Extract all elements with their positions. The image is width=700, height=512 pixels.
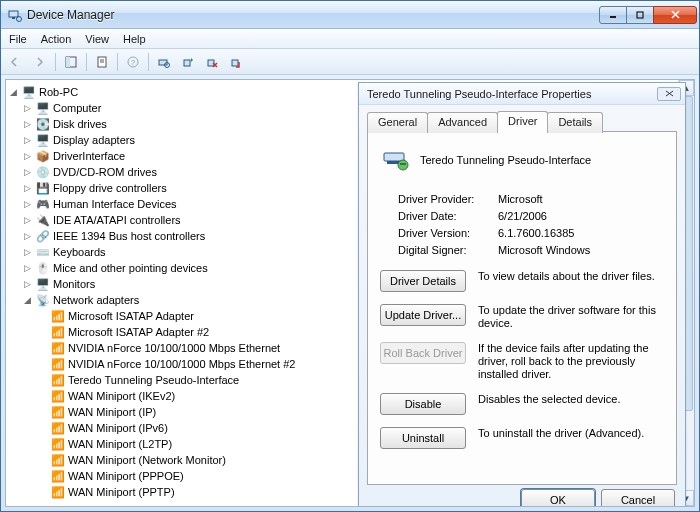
tree-item[interactable]: Network adapters	[53, 292, 139, 308]
firewire-icon: 🔗	[35, 228, 51, 244]
svg-rect-20	[400, 163, 406, 165]
dialog-body: General Advanced Driver Details Teredo T…	[367, 111, 677, 485]
collapse-icon[interactable]: ◢	[22, 292, 33, 308]
expand-icon[interactable]: ▷	[22, 132, 33, 148]
uninstall-button[interactable]	[201, 51, 223, 73]
tree-item[interactable]: WAN Miniport (IKEv2)	[68, 388, 175, 404]
network-icon: 📡	[35, 292, 51, 308]
tree-root[interactable]: Rob-PC	[39, 84, 78, 100]
mouse-icon: 🖱️	[35, 260, 51, 276]
app-icon	[7, 7, 23, 23]
tree-item[interactable]: Monitors	[53, 276, 95, 292]
tree-item[interactable]: Display adapters	[53, 132, 135, 148]
tree-item[interactable]: WAN Miniport (Network Monitor)	[68, 452, 226, 468]
nic-icon: 📶	[50, 436, 66, 452]
update-driver-button[interactable]: Update Driver...	[380, 304, 466, 326]
menu-view[interactable]: View	[85, 33, 109, 45]
titlebar[interactable]: Device Manager	[1, 1, 699, 29]
expand-icon[interactable]: ▷	[22, 196, 33, 212]
rollback-driver-desc: If the device fails after updating the d…	[478, 342, 664, 381]
properties-button[interactable]	[91, 51, 113, 73]
date-value: 6/21/2006	[498, 210, 547, 222]
properties-dialog: Teredo Tunneling Pseudo-Interface Proper…	[358, 82, 686, 507]
display-icon: 🖥️	[35, 132, 51, 148]
tree-item[interactable]: Teredo Tunneling Pseudo-Interface	[68, 372, 239, 388]
scan-button[interactable]	[153, 51, 175, 73]
uninstall-button[interactable]: Uninstall	[380, 427, 466, 449]
expand-icon[interactable]: ▷	[22, 180, 33, 196]
rollback-driver-button: Roll Back Driver	[380, 342, 466, 364]
toolbar-separator	[86, 53, 87, 71]
svg-text:?: ?	[131, 58, 136, 67]
menu-file[interactable]: File	[9, 33, 27, 45]
expand-icon[interactable]: ▷	[22, 228, 33, 244]
expand-icon[interactable]: ▷	[22, 164, 33, 180]
tree-item[interactable]: Mice and other pointing devices	[53, 260, 208, 276]
driver-details-button[interactable]: Driver Details	[380, 270, 466, 292]
disk-icon: 💽	[35, 116, 51, 132]
tree-item[interactable]: Human Interface Devices	[53, 196, 177, 212]
svg-rect-0	[9, 11, 18, 17]
expand-icon[interactable]: ▷	[22, 212, 33, 228]
tree-item[interactable]: Microsoft ISATAP Adapter	[68, 308, 194, 324]
tree-item[interactable]: IDE ATA/ATAPI controllers	[53, 212, 181, 228]
disable-button[interactable]: Disable	[380, 393, 466, 415]
maximize-button[interactable]	[626, 6, 654, 24]
show-tree-button[interactable]	[60, 51, 82, 73]
tree-item[interactable]: DVD/CD-ROM drives	[53, 164, 157, 180]
tree-item[interactable]: Computer	[53, 100, 101, 116]
tree-item[interactable]: DriverInterface	[53, 148, 125, 164]
ok-button[interactable]: OK	[521, 489, 595, 507]
help-button[interactable]: ?	[122, 51, 144, 73]
collapse-icon[interactable]: ◢	[8, 84, 19, 100]
device-name: Teredo Tunneling Pseudo-Interface	[420, 154, 591, 166]
expand-icon[interactable]: ▷	[22, 244, 33, 260]
tree-item[interactable]: WAN Miniport (PPPOE)	[68, 468, 184, 484]
disable-button[interactable]	[225, 51, 247, 73]
svg-rect-4	[637, 12, 643, 18]
dialog-titlebar[interactable]: Teredo Tunneling Pseudo-Interface Proper…	[359, 83, 685, 105]
tree-item[interactable]: WAN Miniport (IPv6)	[68, 420, 168, 436]
dialog-close-button[interactable]	[657, 87, 681, 101]
tab-general[interactable]: General	[367, 112, 428, 133]
keyboard-icon: ⌨️	[35, 244, 51, 260]
tree-item[interactable]: Floppy drive controllers	[53, 180, 167, 196]
svg-rect-14	[184, 60, 190, 66]
tree-item[interactable]: Disk drives	[53, 116, 107, 132]
cancel-button[interactable]: Cancel	[601, 489, 675, 507]
menubar: File Action View Help	[1, 29, 699, 49]
expand-icon[interactable]: ▷	[22, 100, 33, 116]
tree-item[interactable]: IEEE 1394 Bus host controllers	[53, 228, 205, 244]
expand-icon[interactable]: ▷	[22, 260, 33, 276]
menu-help[interactable]: Help	[123, 33, 146, 45]
version-label: Driver Version:	[398, 227, 498, 239]
expand-icon[interactable]: ▷	[22, 148, 33, 164]
floppy-icon: 💾	[35, 180, 51, 196]
expand-icon[interactable]: ▷	[22, 276, 33, 292]
tree-item[interactable]: NVIDIA nForce 10/100/1000 Mbps Ethernet …	[68, 356, 295, 372]
device-icon	[380, 144, 412, 176]
content-area: ◢ 🖥️ Rob-PC ▷🖥️Computer ▷💽Disk drives ▷🖥…	[5, 79, 695, 507]
date-label: Driver Date:	[398, 210, 498, 222]
nic-icon: 📶	[50, 372, 66, 388]
toolbar: ?	[1, 49, 699, 75]
tree-item[interactable]: WAN Miniport (L2TP)	[68, 436, 172, 452]
nic-icon: 📶	[50, 468, 66, 484]
tree-item[interactable]: NVIDIA nForce 10/100/1000 Mbps Ethernet	[68, 340, 280, 356]
uninstall-desc: To uninstall the driver (Advanced).	[478, 427, 664, 440]
minimize-button[interactable]	[599, 6, 627, 24]
tab-advanced[interactable]: Advanced	[427, 112, 498, 133]
tree-item[interactable]: WAN Miniport (IP)	[68, 404, 156, 420]
update-driver-button[interactable]	[177, 51, 199, 73]
tab-details[interactable]: Details	[547, 112, 603, 133]
tab-driver[interactable]: Driver	[497, 111, 548, 133]
back-button	[5, 51, 27, 73]
expand-icon[interactable]: ▷	[22, 116, 33, 132]
menu-action[interactable]: Action	[41, 33, 72, 45]
svg-rect-1	[12, 17, 15, 19]
close-button[interactable]	[653, 6, 697, 24]
tree-item[interactable]: Microsoft ISATAP Adapter #2	[68, 324, 209, 340]
tree-item[interactable]: WAN Miniport (PPTP)	[68, 484, 175, 500]
signer-label: Digital Signer:	[398, 244, 498, 256]
tree-item[interactable]: Keyboards	[53, 244, 106, 260]
